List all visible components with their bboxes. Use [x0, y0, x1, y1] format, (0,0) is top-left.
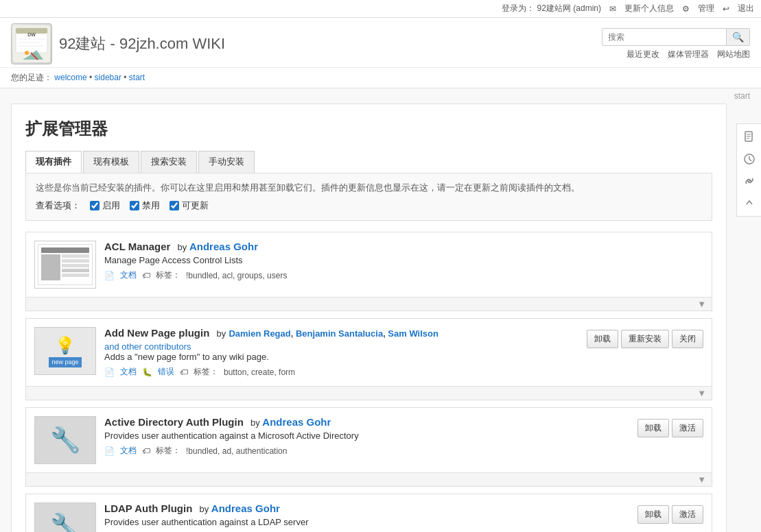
uninstall-activedir-btn[interactable]: 卸载 [637, 419, 669, 437]
plugin-desc-ldap: Provides user authentication against a L… [104, 517, 629, 527]
filter-updatable-checkbox[interactable] [169, 201, 179, 210]
plugin-chevron-addnew[interactable]: ▼ [26, 386, 712, 400]
sitemap-link[interactable]: 网站地图 [717, 49, 750, 60]
plugin-meta-acl: 📄 文档 🏷 标签： !bundled, acl, groups, users [104, 269, 695, 281]
plugin-thumb-ldap: 🔧 [34, 503, 96, 532]
plugin-info-activedir: Active Directory Auth Plugin by Andreas … [104, 416, 629, 457]
tab-search-install[interactable]: 搜索安装 [141, 151, 197, 173]
topbar-divider-2: ⚙ [682, 4, 690, 14]
plugin-thumb-addnew: 💡 new page [34, 327, 96, 375]
plugin-desc-activedir: Provides user authentication against a M… [104, 431, 629, 441]
header-links: 最近更改 媒体管理器 网站地图 [627, 49, 750, 60]
history-icon[interactable] [739, 149, 760, 169]
plugin-author-acl[interactable]: Andreas Gohr [189, 241, 258, 252]
tab-existing-templates[interactable]: 现有模板 [83, 151, 139, 173]
plugin-info-ldap: LDAP Auth Plugin by Andreas Gohr Provide… [104, 503, 629, 532]
plugin-info-acl: ACL Manager by Andreas Gohr Manage Page … [104, 241, 695, 281]
link-icon[interactable] [739, 171, 760, 191]
puzzle-icon-activedir: 🔧 [50, 426, 81, 455]
uninstall-ldap-btn[interactable]: 卸载 [637, 505, 669, 524]
breadcrumb-welcome[interactable]: welcome [54, 73, 86, 82]
author-benjamin[interactable]: Benjamin Santalucia [296, 328, 383, 339]
puzzle-icon-ldap: 🔧 [50, 512, 81, 532]
plugin-chevron-activedir[interactable]: ▼ [26, 472, 712, 486]
plugin-title-ldap: LDAP Auth Plugin by Andreas Gohr [104, 503, 629, 514]
logout-link[interactable]: 退出 [738, 3, 754, 14]
page-title: 扩展管理器 [25, 118, 712, 140]
filter-updatable-label[interactable]: 可更新 [169, 200, 209, 212]
plugin-item-addnew: 💡 new page Add New Page plugin by Damien… [25, 318, 712, 400]
topbar-divider-3: ↩ [723, 4, 729, 14]
plugin-title-addnew: Add New Page plugin by Damien Regad, Ben… [104, 327, 578, 339]
doc-link-activedir[interactable]: 文档 [120, 445, 137, 457]
plugin-item-activedir: 🔧 Active Directory Auth Plugin by Andrea… [25, 407, 712, 487]
header: DW 92建站 - 92jzh.com WIKI 🔍 最近更改 媒体管理器 网站… [0, 18, 761, 68]
plugin-main-acl: ACL Manager by Andreas Gohr Manage Page … [26, 232, 712, 297]
doc-link-addnew[interactable]: 文档 [120, 366, 137, 378]
activate-ldap-btn[interactable]: 激活 [672, 505, 703, 524]
activate-activedir-btn[interactable]: 激活 [672, 419, 703, 437]
doc-icon-activedir: 📄 [104, 446, 115, 456]
tags-addnew: button, create, form [224, 367, 295, 377]
plugin-main-ldap: 🔧 LDAP Auth Plugin by Andreas Gohr Provi… [26, 494, 712, 532]
plugin-authors-suffix-addnew: and other contributors [104, 341, 578, 352]
doc-link-acl[interactable]: 文档 [120, 269, 137, 281]
plugin-meta-addnew: 📄 文档 🐛 错误 🏷 标签： button, create, form [104, 366, 578, 378]
tag-icon-addnew: 🏷 [180, 367, 188, 377]
tags-acl: !bundled, acl, groups, users [186, 271, 287, 280]
uninstall-addnew-btn[interactable]: 卸载 [587, 330, 618, 348]
right-sidebar [736, 123, 761, 217]
bug-link-addnew[interactable]: 错误 [158, 366, 174, 378]
tags-activedir: !bundled, ad, authentication [186, 446, 287, 456]
svg-point-8 [25, 51, 29, 55]
plugin-desc-addnew: Adds a "new page form" to any wiki page. [104, 352, 578, 362]
filter-disabled-label[interactable]: 禁用 [130, 200, 160, 212]
manage-link[interactable]: 管理 [698, 3, 714, 14]
media-manager-link[interactable]: 媒体管理器 [668, 49, 709, 60]
breadcrumb-sidebar[interactable]: sidebar [95, 73, 121, 82]
plugin-thumb-activedir: 🔧 [34, 416, 96, 464]
author-contributors[interactable]: and other contributors [104, 341, 191, 352]
filter-options: 查看选项： 启用 禁用 可更新 [36, 200, 702, 212]
page-label: start [0, 88, 761, 104]
plugin-meta-activedir: 📄 文档 🏷 标签： !bundled, ad, authentication [104, 445, 629, 457]
page-icon[interactable] [739, 127, 760, 147]
reinstall-addnew-btn[interactable]: 重新安装 [621, 330, 669, 348]
author-sam[interactable]: Sam Wilson [388, 328, 438, 339]
tab-existing-plugins[interactable]: 现有插件 [25, 151, 82, 173]
tab-manual-install[interactable]: 手动安装 [198, 151, 255, 173]
plugin-actions-ldap: 卸载 激活 [637, 503, 703, 524]
breadcrumb-start[interactable]: start [129, 73, 145, 82]
tags-label-addnew: 标签： [194, 366, 218, 378]
plugin-actions-addnew: 卸载 重新安装 关闭 [587, 327, 703, 348]
bug-icon-addnew: 🐛 [142, 367, 152, 377]
tag-icon-activedir: 🏷 [142, 446, 150, 456]
author-damien[interactable]: Damien Regad [229, 328, 290, 339]
doc-icon-acl: 📄 [104, 271, 115, 280]
main-content: 扩展管理器 现有插件 现有模板 搜索安装 手动安装 这些是你当前已经安装的插件。… [11, 104, 727, 532]
plugin-author-activedir[interactable]: Andreas Gohr [262, 416, 331, 428]
update-profile-link[interactable]: 更新个人信息 [624, 3, 674, 14]
plugin-main-activedir: 🔧 Active Directory Auth Plugin by Andrea… [26, 408, 712, 472]
search-area: 🔍 最近更改 媒体管理器 网站地图 [602, 28, 750, 60]
plugin-chevron-acl[interactable]: ▼ [26, 297, 712, 311]
site-title: 92建站 - 92jzh.com WIKI [59, 34, 225, 54]
filter-enabled-checkbox[interactable] [90, 201, 99, 210]
search-button[interactable]: 🔍 [726, 29, 749, 45]
plugin-author-ldap[interactable]: Andreas Gohr [211, 503, 280, 514]
breadcrumb: 您的足迹： welcome • sidebar • start [0, 68, 761, 88]
filter-label: 查看选项： [36, 200, 80, 212]
login-site-link[interactable]: 92建站网 [537, 3, 571, 13]
plugin-desc-acl: Manage Page Access Control Lists [104, 255, 695, 265]
up-icon[interactable] [739, 193, 760, 213]
close-addnew-btn[interactable]: 关闭 [672, 330, 703, 348]
tags-label-activedir: 标签： [156, 445, 180, 457]
recent-changes-link[interactable]: 最近更改 [627, 49, 659, 60]
topbar: 登录为： 92建站网 (admin) ✉ 更新个人信息 ⚙ 管理 ↩ 退出 [0, 0, 761, 18]
filter-enabled-label[interactable]: 启用 [90, 200, 120, 212]
tabs: 现有插件 现有模板 搜索安装 手动安装 [25, 151, 712, 173]
search-input[interactable] [602, 29, 726, 45]
login-info: 登录为： 92建站网 (admin) [502, 3, 601, 14]
info-box: 这些是你当前已经安装的插件。你可以在这里启用和禁用甚至卸载它们。插件的更新信息也… [25, 173, 712, 221]
filter-disabled-checkbox[interactable] [130, 201, 139, 210]
